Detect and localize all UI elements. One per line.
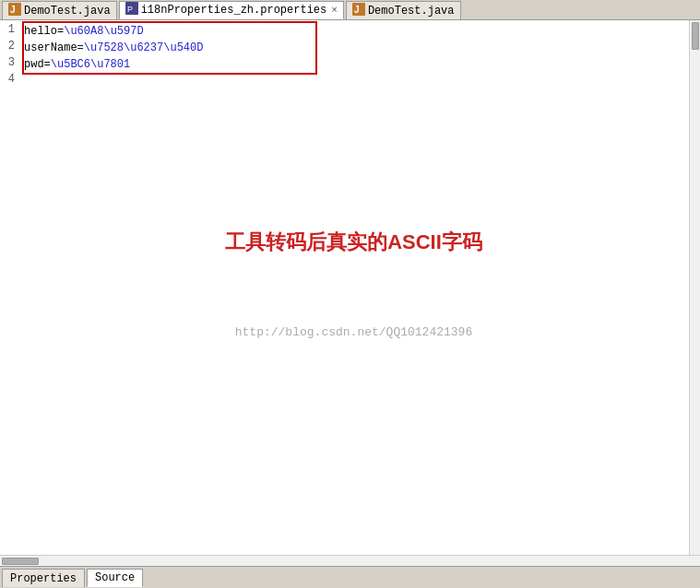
code-value-2: \u7528\u6237\u540D — [84, 41, 204, 54]
svg-text:P: P — [127, 5, 133, 14]
tab-label-demo1: DemoTest.java — [24, 5, 111, 18]
scrollbar-thumb-v[interactable] — [692, 22, 699, 50]
line-numbers: 1234 — [0, 20, 18, 555]
code-line-1: hello=\u60A8\u597D — [24, 23, 315, 40]
line-number-1: 1 — [0, 21, 15, 38]
watermark-title: 工具转码后真实的ASCII字码 — [225, 234, 482, 251]
code-value-1: \u60A8\u597D — [64, 25, 143, 38]
horizontal-scrollbar[interactable] — [0, 555, 700, 566]
line-number-2: 2 — [0, 38, 15, 54]
tab-icon-i18n: P — [125, 2, 138, 18]
line-number-3: 3 — [0, 54, 15, 71]
scrollbar-thumb-h[interactable] — [2, 558, 39, 565]
editor-inner: 1234 hello=\u60A8\u597DuserName=\u7528\u… — [0, 20, 700, 566]
svg-text:J: J — [354, 5, 360, 15]
watermark-container: 工具转码后真实的ASCII字码 http://blog.csdn.net/QQ1… — [18, 20, 689, 555]
bottom-tab-bar: PropertiesSource — [0, 566, 700, 588]
editor-main: 1234 hello=\u60A8\u597DuserName=\u7528\u… — [0, 20, 700, 566]
tab-icon-demo1: J — [8, 3, 21, 19]
watermark-url: http://blog.csdn.net/QQ1012421396 — [235, 324, 472, 341]
tab-i18n[interactable]: Pi18nProperties_zh.properties× — [119, 1, 344, 19]
bottom-tab-source[interactable]: Source — [87, 569, 143, 587]
tab-demo1[interactable]: JDemoTest.java — [2, 1, 117, 19]
code-value-3: \u5BC6\u7801 — [51, 58, 130, 71]
tab-label-i18n: i18nProperties_zh.properties — [141, 4, 327, 17]
code-key-3: pwd= — [24, 58, 51, 71]
tab-bar: JDemoTest.javaPi18nProperties_zh.propert… — [0, 0, 700, 20]
svg-text:J: J — [10, 5, 16, 15]
editor-area: 1234 hello=\u60A8\u597DuserName=\u7528\u… — [0, 20, 700, 566]
code-line-3: pwd=\u5BC6\u7801 — [24, 56, 315, 73]
tab-demo2[interactable]: JDemoTest.java — [346, 1, 461, 19]
code-line-2: userName=\u7528\u6237\u540D — [24, 40, 315, 56]
code-line-4 — [22, 76, 689, 93]
line-number-4: 4 — [0, 71, 15, 88]
tab-label-demo2: DemoTest.java — [368, 5, 455, 18]
vertical-scrollbar[interactable] — [689, 20, 700, 555]
highlighted-code-box: hello=\u60A8\u597DuserName=\u7528\u6237\… — [22, 21, 317, 75]
tab-icon-demo2: J — [352, 3, 365, 19]
bottom-tab-properties[interactable]: Properties — [2, 569, 85, 587]
code-key-1: hello= — [24, 25, 64, 38]
code-key-2: userName= — [24, 41, 84, 54]
code-content[interactable]: hello=\u60A8\u597DuserName=\u7528\u6237\… — [18, 20, 689, 555]
tab-close-i18n[interactable]: × — [331, 6, 338, 16]
